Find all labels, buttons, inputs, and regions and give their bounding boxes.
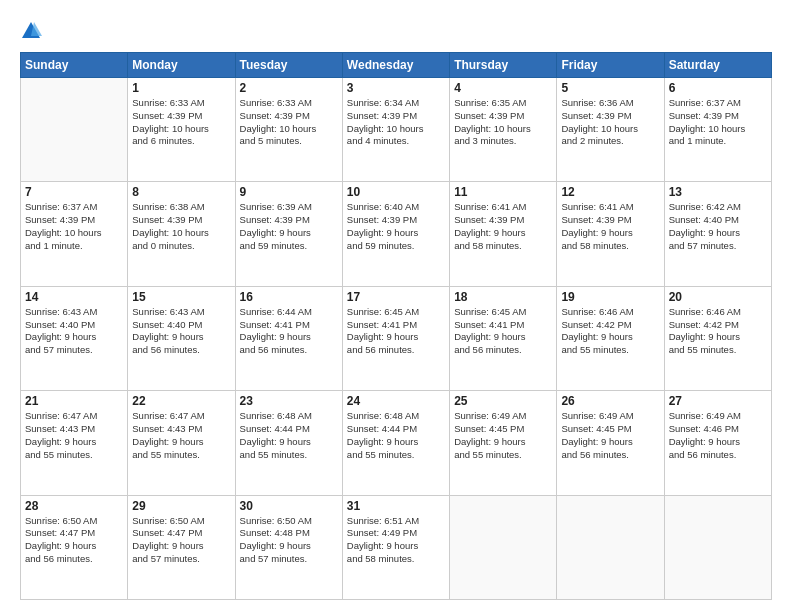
day-info: Sunrise: 6:37 AMSunset: 4:39 PMDaylight:…: [25, 201, 123, 252]
day-info: Sunrise: 6:36 AMSunset: 4:39 PMDaylight:…: [561, 97, 659, 148]
day-info: Sunrise: 6:49 AMSunset: 4:46 PMDaylight:…: [669, 410, 767, 461]
calendar-cell: 22Sunrise: 6:47 AMSunset: 4:43 PMDayligh…: [128, 391, 235, 495]
day-info: Sunrise: 6:50 AMSunset: 4:47 PMDaylight:…: [25, 515, 123, 566]
day-info: Sunrise: 6:41 AMSunset: 4:39 PMDaylight:…: [561, 201, 659, 252]
calendar-cell: 27Sunrise: 6:49 AMSunset: 4:46 PMDayligh…: [664, 391, 771, 495]
calendar-cell: 23Sunrise: 6:48 AMSunset: 4:44 PMDayligh…: [235, 391, 342, 495]
calendar-cell: 12Sunrise: 6:41 AMSunset: 4:39 PMDayligh…: [557, 182, 664, 286]
day-info: Sunrise: 6:50 AMSunset: 4:48 PMDaylight:…: [240, 515, 338, 566]
day-number: 18: [454, 290, 552, 304]
calendar-cell: 5Sunrise: 6:36 AMSunset: 4:39 PMDaylight…: [557, 78, 664, 182]
calendar-cell: 13Sunrise: 6:42 AMSunset: 4:40 PMDayligh…: [664, 182, 771, 286]
weekday-header-tuesday: Tuesday: [235, 53, 342, 78]
header: [20, 16, 772, 42]
day-info: Sunrise: 6:46 AMSunset: 4:42 PMDaylight:…: [561, 306, 659, 357]
weekday-header-wednesday: Wednesday: [342, 53, 449, 78]
weekday-header-thursday: Thursday: [450, 53, 557, 78]
logo: [20, 20, 44, 42]
day-info: Sunrise: 6:48 AMSunset: 4:44 PMDaylight:…: [347, 410, 445, 461]
calendar-cell: 24Sunrise: 6:48 AMSunset: 4:44 PMDayligh…: [342, 391, 449, 495]
day-info: Sunrise: 6:50 AMSunset: 4:47 PMDaylight:…: [132, 515, 230, 566]
svg-marker-1: [31, 22, 42, 36]
day-number: 14: [25, 290, 123, 304]
weekday-header-monday: Monday: [128, 53, 235, 78]
page: SundayMondayTuesdayWednesdayThursdayFrid…: [0, 0, 792, 612]
day-number: 20: [669, 290, 767, 304]
day-info: Sunrise: 6:42 AMSunset: 4:40 PMDaylight:…: [669, 201, 767, 252]
day-info: Sunrise: 6:37 AMSunset: 4:39 PMDaylight:…: [669, 97, 767, 148]
day-number: 29: [132, 499, 230, 513]
day-number: 10: [347, 185, 445, 199]
calendar-table: SundayMondayTuesdayWednesdayThursdayFrid…: [20, 52, 772, 600]
day-info: Sunrise: 6:43 AMSunset: 4:40 PMDaylight:…: [132, 306, 230, 357]
day-number: 22: [132, 394, 230, 408]
calendar-cell: 21Sunrise: 6:47 AMSunset: 4:43 PMDayligh…: [21, 391, 128, 495]
day-info: Sunrise: 6:46 AMSunset: 4:42 PMDaylight:…: [669, 306, 767, 357]
day-number: 21: [25, 394, 123, 408]
day-number: 8: [132, 185, 230, 199]
calendar-cell: 11Sunrise: 6:41 AMSunset: 4:39 PMDayligh…: [450, 182, 557, 286]
day-info: Sunrise: 6:40 AMSunset: 4:39 PMDaylight:…: [347, 201, 445, 252]
calendar-cell: 18Sunrise: 6:45 AMSunset: 4:41 PMDayligh…: [450, 286, 557, 390]
calendar-cell: 31Sunrise: 6:51 AMSunset: 4:49 PMDayligh…: [342, 495, 449, 599]
calendar-cell: 16Sunrise: 6:44 AMSunset: 4:41 PMDayligh…: [235, 286, 342, 390]
day-info: Sunrise: 6:33 AMSunset: 4:39 PMDaylight:…: [132, 97, 230, 148]
day-number: 31: [347, 499, 445, 513]
day-number: 6: [669, 81, 767, 95]
day-number: 1: [132, 81, 230, 95]
calendar-cell: 7Sunrise: 6:37 AMSunset: 4:39 PMDaylight…: [21, 182, 128, 286]
day-info: Sunrise: 6:41 AMSunset: 4:39 PMDaylight:…: [454, 201, 552, 252]
calendar-cell: 30Sunrise: 6:50 AMSunset: 4:48 PMDayligh…: [235, 495, 342, 599]
calendar-cell: [450, 495, 557, 599]
calendar-cell: 14Sunrise: 6:43 AMSunset: 4:40 PMDayligh…: [21, 286, 128, 390]
calendar-cell: 10Sunrise: 6:40 AMSunset: 4:39 PMDayligh…: [342, 182, 449, 286]
day-info: Sunrise: 6:48 AMSunset: 4:44 PMDaylight:…: [240, 410, 338, 461]
calendar-cell: 28Sunrise: 6:50 AMSunset: 4:47 PMDayligh…: [21, 495, 128, 599]
day-number: 25: [454, 394, 552, 408]
day-info: Sunrise: 6:45 AMSunset: 4:41 PMDaylight:…: [347, 306, 445, 357]
day-number: 27: [669, 394, 767, 408]
calendar-cell: 8Sunrise: 6:38 AMSunset: 4:39 PMDaylight…: [128, 182, 235, 286]
day-number: 15: [132, 290, 230, 304]
day-info: Sunrise: 6:47 AMSunset: 4:43 PMDaylight:…: [132, 410, 230, 461]
day-number: 11: [454, 185, 552, 199]
calendar-cell: 19Sunrise: 6:46 AMSunset: 4:42 PMDayligh…: [557, 286, 664, 390]
logo-icon: [20, 20, 42, 42]
day-info: Sunrise: 6:49 AMSunset: 4:45 PMDaylight:…: [561, 410, 659, 461]
day-number: 23: [240, 394, 338, 408]
weekday-header-sunday: Sunday: [21, 53, 128, 78]
day-info: Sunrise: 6:38 AMSunset: 4:39 PMDaylight:…: [132, 201, 230, 252]
day-number: 9: [240, 185, 338, 199]
day-number: 26: [561, 394, 659, 408]
calendar-cell: 3Sunrise: 6:34 AMSunset: 4:39 PMDaylight…: [342, 78, 449, 182]
calendar-cell: 2Sunrise: 6:33 AMSunset: 4:39 PMDaylight…: [235, 78, 342, 182]
day-info: Sunrise: 6:44 AMSunset: 4:41 PMDaylight:…: [240, 306, 338, 357]
calendar-cell: 17Sunrise: 6:45 AMSunset: 4:41 PMDayligh…: [342, 286, 449, 390]
day-number: 16: [240, 290, 338, 304]
day-number: 19: [561, 290, 659, 304]
calendar-cell: [664, 495, 771, 599]
day-info: Sunrise: 6:51 AMSunset: 4:49 PMDaylight:…: [347, 515, 445, 566]
day-info: Sunrise: 6:43 AMSunset: 4:40 PMDaylight:…: [25, 306, 123, 357]
calendar-cell: 4Sunrise: 6:35 AMSunset: 4:39 PMDaylight…: [450, 78, 557, 182]
calendar-cell: 9Sunrise: 6:39 AMSunset: 4:39 PMDaylight…: [235, 182, 342, 286]
calendar-cell: [21, 78, 128, 182]
calendar-cell: 1Sunrise: 6:33 AMSunset: 4:39 PMDaylight…: [128, 78, 235, 182]
day-number: 24: [347, 394, 445, 408]
day-info: Sunrise: 6:39 AMSunset: 4:39 PMDaylight:…: [240, 201, 338, 252]
day-number: 4: [454, 81, 552, 95]
day-number: 2: [240, 81, 338, 95]
day-number: 28: [25, 499, 123, 513]
day-info: Sunrise: 6:35 AMSunset: 4:39 PMDaylight:…: [454, 97, 552, 148]
calendar-cell: 25Sunrise: 6:49 AMSunset: 4:45 PMDayligh…: [450, 391, 557, 495]
day-number: 13: [669, 185, 767, 199]
day-number: 17: [347, 290, 445, 304]
day-info: Sunrise: 6:45 AMSunset: 4:41 PMDaylight:…: [454, 306, 552, 357]
day-number: 12: [561, 185, 659, 199]
calendar-cell: 6Sunrise: 6:37 AMSunset: 4:39 PMDaylight…: [664, 78, 771, 182]
day-info: Sunrise: 6:34 AMSunset: 4:39 PMDaylight:…: [347, 97, 445, 148]
calendar-cell: 29Sunrise: 6:50 AMSunset: 4:47 PMDayligh…: [128, 495, 235, 599]
day-number: 3: [347, 81, 445, 95]
weekday-header-saturday: Saturday: [664, 53, 771, 78]
calendar-cell: 15Sunrise: 6:43 AMSunset: 4:40 PMDayligh…: [128, 286, 235, 390]
